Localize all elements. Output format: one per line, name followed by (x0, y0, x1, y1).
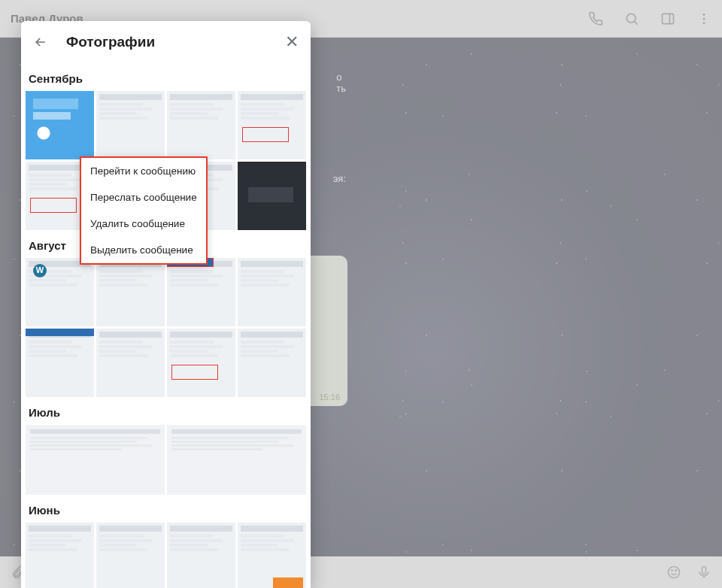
photo-thumb[interactable] (167, 425, 306, 495)
photo-thumb[interactable] (238, 258, 306, 326)
close-icon[interactable]: ✕ (285, 32, 299, 52)
month-label-jul: Июль (26, 397, 306, 425)
photo-thumb[interactable] (26, 425, 165, 495)
panel-header: Фотографии ✕ (21, 21, 311, 63)
photo-thumb[interactable] (167, 91, 235, 159)
context-menu: Перейти к сообщению Переслать сообщение … (80, 156, 208, 265)
photo-thumb[interactable] (26, 91, 94, 159)
panel-scroll[interactable]: Сентябрь Август Июль Июнь (21, 63, 311, 588)
thumb-grid (26, 425, 306, 495)
photo-thumb[interactable] (96, 329, 165, 397)
photo-thumb[interactable] (96, 91, 165, 159)
photo-thumb[interactable] (167, 258, 235, 326)
photo-thumb[interactable] (238, 523, 306, 589)
photo-thumb[interactable] (167, 329, 235, 397)
month-label-jun: Июнь (26, 495, 306, 523)
photo-thumb[interactable] (238, 91, 306, 159)
ctx-forward-message[interactable]: Переслать сообщение (81, 184, 206, 211)
ctx-delete-message[interactable]: Удалить сообщение (81, 211, 206, 237)
photo-thumb[interactable] (167, 523, 235, 589)
photo-thumb[interactable] (96, 523, 165, 589)
photos-panel: Фотографии ✕ Сентябрь Август Июль (21, 21, 311, 588)
photo-thumb[interactable] (96, 258, 165, 326)
panel-title: Фотографии (66, 34, 267, 50)
back-arrow-icon[interactable] (33, 35, 48, 50)
ctx-goto-message[interactable]: Перейти к сообщению (81, 158, 206, 184)
photo-thumb[interactable] (238, 162, 306, 230)
thumb-grid (26, 523, 306, 589)
ctx-select-message[interactable]: Выделить сообщение (81, 237, 206, 263)
photo-thumb[interactable] (26, 258, 94, 326)
thumb-grid (26, 258, 306, 397)
photo-thumb[interactable] (26, 329, 94, 397)
photo-thumb[interactable] (26, 523, 94, 589)
photo-thumb[interactable] (238, 329, 306, 397)
month-label-sep: Сентябрь (26, 63, 306, 91)
